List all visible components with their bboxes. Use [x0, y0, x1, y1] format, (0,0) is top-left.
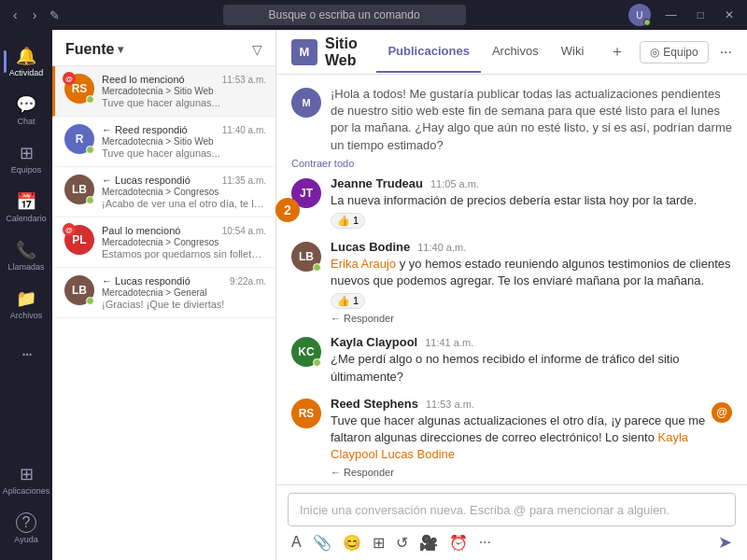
forward-button[interactable]: › [27, 6, 43, 24]
toolbar-more-button[interactable]: ··· [479, 534, 491, 551]
channel-icon: M [291, 39, 317, 65]
compose-input[interactable]: Inicie una conversación nueva. Escriba @… [288, 493, 736, 526]
feed-preview: Estamos por quedarnos sin folletos... [102, 248, 266, 259]
team-button[interactable]: ◎ Equipo [640, 41, 708, 63]
feed-item[interactable]: LB← Lucas respondió9:22a.m.Mercadotecnia… [52, 268, 275, 318]
message-group: JTJeanne Trudeau11:05 a.m.La nueva infor… [291, 176, 732, 229]
compose-toolbar: A 📎 😊 ⊞ ↺ 🎥 ⏰ ··· ➤ [288, 532, 736, 553]
chat-header-right: ◎ Equipo ··· [640, 41, 732, 63]
sidebar-item-chat[interactable]: 💬 Chat [4, 86, 49, 134]
sidebar-item-help[interactable]: ? Ayuda [4, 504, 49, 553]
teams-label: Equipos [11, 165, 42, 175]
message-text: ¿Me perdí algo o no hemos recibido el in… [331, 351, 732, 385]
expand-button[interactable]: Contraer todo [291, 158, 732, 169]
feed-preview: Tuve que hacer algunas... [102, 97, 266, 108]
feed-header: Fuente ▾ ▽ [52, 30, 275, 66]
message-author: Reed Stephens [331, 397, 418, 411]
sidebar-item-files[interactable]: 📁 Archivos [4, 280, 49, 329]
feed-item-content: Paul lo mencionó10:54 a.m.Mercadotecnia … [102, 225, 266, 259]
sidebar-item-activity[interactable]: 🔔 Actividad [4, 37, 49, 86]
feed-dropdown-icon[interactable]: ▾ [118, 43, 123, 56]
reply-button[interactable]: ← Responder [331, 467, 712, 478]
compose-placeholder: Inicie una conversación nueva. Escriba @… [300, 503, 669, 517]
message-body: Kayla Claypool11:41 a.m.¿Me perdí algo o… [331, 335, 732, 385]
message-author: Jeanne Trudeau [331, 176, 423, 190]
files-label: Archivos [10, 311, 43, 320]
edit-icon[interactable]: ✎ [49, 8, 60, 22]
giphy-button[interactable]: ⊞ [373, 534, 385, 552]
feed-filter-icon[interactable]: ▽ [252, 42, 262, 57]
message-author: Lucas Bodine [331, 240, 410, 254]
feed-item[interactable]: RS@Reed lo mencionó11:53 a.m.Mercadotecn… [52, 66, 275, 117]
feed-item-content: Reed lo mencionó11:53 a.m.Mercadotecnia … [102, 74, 266, 108]
send-button[interactable]: ➤ [718, 532, 732, 553]
feed-list: RS@Reed lo mencionó11:53 a.m.Mercadotecn… [52, 66, 275, 560]
overflow-message: M ¡Hola a todos! Me gustaría publicar to… [291, 86, 732, 154]
search-bar[interactable]: Busque o escriba un comando [223, 5, 466, 25]
attach-button[interactable]: 📎 [313, 534, 331, 552]
format-button[interactable]: A [291, 534, 302, 551]
feed-time: 10:54 a.m. [222, 226, 266, 236]
message-time: 11:53 a.m. [426, 399, 474, 410]
message-reaction[interactable]: 👍 1 [331, 213, 365, 229]
message-avatar: KC [291, 337, 321, 367]
feed-status-dot [86, 297, 94, 305]
tab-add-button[interactable]: ＋ [602, 30, 632, 75]
feed-item[interactable]: LB← Lucas respondió11:35 a.m.Mercadotecn… [52, 167, 275, 217]
message-body: Lucas Bodine11:40 a.m.Erika Araujo y yo … [331, 240, 732, 324]
video-button[interactable]: 🎥 [419, 534, 438, 552]
calls-icon: 📞 [16, 240, 36, 260]
chat-tab-archivos[interactable]: Archivos [481, 31, 550, 73]
back-button[interactable]: ‹ [7, 6, 23, 24]
user-avatar[interactable]: U [628, 4, 651, 26]
schedule-button[interactable]: ⏰ [449, 534, 468, 552]
feed-time: 9:22a.m. [230, 276, 266, 287]
chat-tab-wiki[interactable]: Wiki [550, 31, 596, 73]
maximize-button[interactable]: □ [692, 7, 710, 23]
user-status-dot [643, 19, 651, 26]
chat-tab-publicaciones[interactable]: Publicaciones [376, 31, 480, 73]
feed-item[interactable]: R← Reed respondió11:40 a.m.Mercadotecnia… [52, 117, 275, 167]
feed-item-top: ← Lucas respondió9:22a.m. [102, 275, 266, 287]
feed-action-text: ← Lucas respondió [102, 275, 226, 287]
feed-action-text: ← Reed respondió [102, 124, 218, 135]
title-bar-left: ‹ › ✎ [7, 6, 60, 24]
message-text: Tuve que hacer algunas actualizaciones e… [331, 413, 712, 464]
feed-preview: ¡Gracias! ¡Que te diviertas! [102, 299, 266, 310]
title-bar-right: U — □ ✕ [628, 4, 740, 26]
feed-avatar: RS@ [64, 74, 94, 104]
message-avatar: LB [291, 242, 321, 272]
sidebar-item-apps[interactable]: ⊞ Aplicaciones [4, 455, 49, 504]
feed-time: 11:53 a.m. [222, 75, 266, 85]
feed-avatar: LB [64, 275, 94, 305]
minimize-button[interactable]: — [660, 7, 683, 23]
teams-icon: ⊞ [20, 143, 34, 163]
sidebar-item-calendar[interactable]: 📅 Calendario [4, 183, 49, 231]
feed-avatar: LB [64, 175, 94, 204]
title-bar: ‹ › ✎ Busque o escriba un comando U — □ … [0, 0, 747, 30]
compose-area: Inicie una conversación nueva. Escriba @… [276, 484, 747, 560]
sidebar-item-more[interactable]: ··· [4, 329, 49, 377]
loop-button[interactable]: ↺ [396, 534, 408, 552]
message-text: Erika Araujo y yo hemos estado reuniendo… [331, 256, 732, 289]
more-options-button[interactable]: ··· [720, 44, 732, 61]
feed-preview: ¡Acabo de ver una el otro día, te la... [102, 198, 266, 209]
sidebar-item-calls[interactable]: 📞 Llamadas [4, 231, 49, 280]
reply-button[interactable]: ← Responder [331, 313, 732, 324]
feed-preview: Tuve que hacer algunas... [102, 147, 266, 159]
mention-badge: @ [63, 72, 76, 85]
activity-label: Actividad [9, 68, 44, 77]
message-group-wrapper: KCKayla Claypool11:41 a.m.¿Me perdí algo… [291, 335, 732, 385]
message-body: Reed Stephens11:53 a.m.Tuve que hacer al… [331, 397, 712, 479]
feed-channel: Mercadotecnia > Congresos [102, 237, 266, 247]
chat-icon: 💬 [16, 94, 36, 115]
overflow-avatar: M [291, 88, 321, 118]
feed-item[interactable]: PL@Paul lo mencionó10:54 a.m.Mercadotecn… [52, 217, 275, 268]
message-time: 11:40 a.m. [417, 242, 466, 253]
message-reaction[interactable]: 👍 1 [331, 293, 365, 309]
more-icon: ··· [21, 343, 32, 364]
emoji-button[interactable]: 😊 [343, 534, 361, 552]
chat-header: M Sitio Web PublicacionesArchivosWiki ＋ … [276, 30, 747, 75]
sidebar-item-teams[interactable]: ⊞ Equipos [4, 134, 49, 183]
close-button[interactable]: ✕ [719, 7, 740, 23]
